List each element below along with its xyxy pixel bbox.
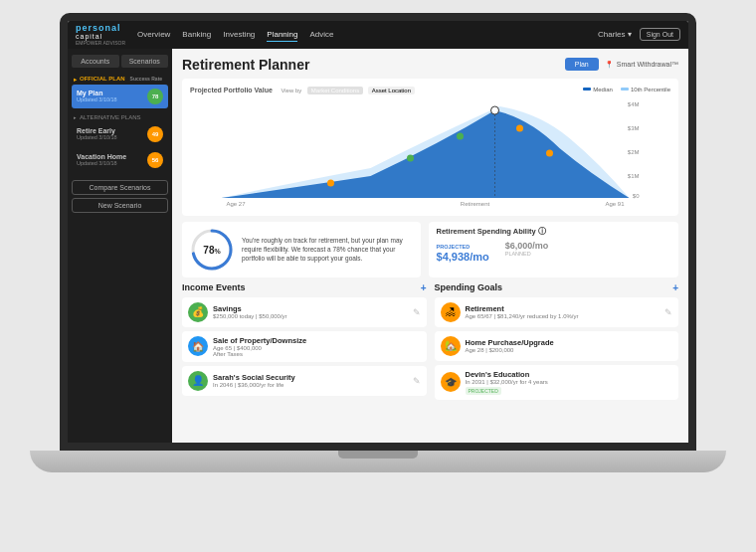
income-add-button[interactable]: + bbox=[421, 282, 427, 293]
planned-spending-value: $6,000/mo bbox=[505, 241, 549, 251]
svg-text:Retirement: Retirement bbox=[461, 201, 490, 207]
content-area: Retirement Planner Plan 📍 Smart Withdraw… bbox=[172, 49, 688, 443]
score-spending-row: 78% You're roughly on track for retireme… bbox=[182, 222, 678, 277]
social-security-edit-icon[interactable]: ✎ bbox=[413, 376, 421, 386]
svg-text:$1M: $1M bbox=[628, 173, 640, 179]
property-sub2: After Taxes bbox=[213, 351, 421, 357]
projected-spending-label: PROJECTED bbox=[437, 244, 489, 250]
success-rate-label: Success Rate bbox=[130, 76, 163, 82]
portfolio-chart: $4M $3M $2M $1M $0 bbox=[190, 98, 670, 208]
logo-tagline: EMPOWER ADVISOR bbox=[76, 40, 125, 46]
spending-add-button[interactable]: + bbox=[672, 282, 678, 293]
plan2-date: Updated 3/10/18 bbox=[77, 160, 126, 166]
home-purchase-icon: 🏡 bbox=[441, 336, 461, 356]
nav-overview[interactable]: Overview bbox=[137, 28, 170, 42]
my-plan-item[interactable]: My Plan Updated 3/10/18 78 bbox=[72, 85, 168, 108]
chart-event-dot-2 bbox=[407, 154, 414, 161]
spending-goals-title: Spending Goals bbox=[435, 282, 503, 292]
nav-planning[interactable]: Planning bbox=[267, 28, 297, 42]
planned-spending: $6,000/mo PLANNED bbox=[505, 241, 549, 257]
income-property-item[interactable]: 🏠 Sale of Property/Downsize Age 65 | $40… bbox=[182, 331, 427, 362]
sidebar-tabs: Accounts Scenarios bbox=[68, 55, 172, 68]
retirement-name: Retirement bbox=[466, 304, 661, 313]
plan1-name: Retire Early bbox=[77, 127, 117, 134]
chart-event-dot-1 bbox=[327, 179, 334, 186]
plan-button[interactable]: Plan bbox=[565, 58, 599, 71]
education-name: Devin's Education bbox=[466, 370, 673, 379]
projected-spending-value: $4,938/mo bbox=[437, 251, 489, 263]
income-social-security-item[interactable]: 👤 Sarah's Social Security In 2046 | $36,… bbox=[182, 366, 427, 396]
goal-education-item[interactable]: 🎓 Devin's Education In 2031 | $32,000/yr… bbox=[435, 365, 679, 400]
projected-spending: PROJECTED $4,938/mo bbox=[437, 244, 489, 263]
home-purchase-name: Home Purchase/Upgrade bbox=[466, 338, 673, 347]
view-market-conditions[interactable]: Market Conditions bbox=[307, 87, 363, 94]
chart-section: Projected Portfolio Value View by Market… bbox=[182, 79, 678, 216]
income-events-col: Income Events + 💰 Savings $250,000 today… bbox=[182, 282, 427, 404]
social-security-sub: In 2046 | $36,000/yr for life bbox=[213, 382, 408, 388]
logo-capital: capital bbox=[76, 33, 125, 40]
nav-investing[interactable]: Investing bbox=[223, 28, 255, 42]
page-title: Retirement Planner bbox=[182, 57, 309, 73]
nav-advice[interactable]: Advice bbox=[309, 28, 333, 42]
social-security-details: Sarah's Social Security In 2046 | $36,00… bbox=[213, 373, 408, 388]
income-events-title: Income Events bbox=[182, 282, 246, 292]
svg-text:$3M: $3M bbox=[628, 125, 640, 131]
svg-text:$4M: $4M bbox=[628, 101, 640, 107]
content-header: Retirement Planner Plan 📍 Smart Withdraw… bbox=[182, 57, 678, 73]
svg-text:Age 91: Age 91 bbox=[605, 201, 625, 207]
view-asset-location[interactable]: Asset Location bbox=[368, 87, 415, 94]
my-plan-date: Updated 3/10/18 bbox=[77, 96, 117, 102]
chart-legend: Median 10th Percentile bbox=[583, 87, 670, 92]
smart-withdrawal: 📍 Smart Withdrawal™ bbox=[605, 61, 678, 69]
official-plan-label: OFFICIAL PLAN Success Rate bbox=[68, 72, 172, 85]
my-plan-name: My Plan bbox=[77, 90, 117, 96]
legend-percentile-dot bbox=[621, 88, 629, 91]
plan1-score: 49 bbox=[147, 126, 163, 142]
svg-text:$2M: $2M bbox=[628, 149, 640, 155]
social-security-name: Sarah's Social Security bbox=[213, 373, 408, 382]
svg-text:Age 27: Age 27 bbox=[227, 201, 247, 207]
projected-value-label: Projected Portfolio Value bbox=[190, 87, 273, 93]
legend-median: Median bbox=[583, 87, 613, 92]
signout-button[interactable]: Sign Out bbox=[640, 28, 680, 41]
top-nav: personal capital EMPOWER ADVISOR Overvie… bbox=[68, 21, 688, 49]
spending-goals-col: Spending Goals + 🏖 Retirement Age 65/67 … bbox=[435, 282, 679, 404]
education-details: Devin's Education In 2031 | $32,000/yr f… bbox=[466, 370, 673, 395]
vacation-home-item[interactable]: Vacation Home Updated 3/10/18 56 bbox=[72, 148, 168, 172]
savings-details: Savings $250,000 today | $50,000/yr bbox=[213, 304, 408, 319]
goal-home-item[interactable]: 🏡 Home Purchase/Upgrade Age 28 | $200,00… bbox=[435, 331, 679, 361]
tab-accounts[interactable]: Accounts bbox=[72, 55, 119, 68]
nav-links: Overview Banking Investing Planning Advi… bbox=[137, 28, 598, 42]
new-scenario-button[interactable]: New Scenario bbox=[72, 198, 168, 213]
success-rate-section: 78% You're roughly on track for retireme… bbox=[182, 222, 421, 277]
spending-ability-title: Retirement Spending Ability ⓘ bbox=[437, 227, 670, 237]
success-description: You're roughly on track for retirement, … bbox=[242, 236, 413, 263]
retirement-edit-icon[interactable]: ✎ bbox=[664, 307, 672, 317]
home-purchase-details: Home Purchase/Upgrade Age 28 | $200,000 bbox=[466, 338, 673, 353]
property-icon: 🏠 bbox=[188, 336, 208, 356]
retirement-sub: Age 65/67 | $81,240/yr reduced by 1.0%/y… bbox=[466, 313, 661, 319]
my-plan-score: 78 bbox=[147, 89, 163, 104]
laptop-base bbox=[30, 451, 726, 472]
logo-personal: personal bbox=[76, 23, 125, 33]
chart-controls: Projected Portfolio Value View by Market… bbox=[190, 85, 670, 94]
compare-scenarios-button[interactable]: Compare Scenarios bbox=[72, 180, 168, 195]
legend-median-dot bbox=[583, 88, 591, 91]
alt-plans-label: ALTERNATIVE PLANS bbox=[68, 110, 172, 122]
chart-projected-label: Projected Portfolio Value View by Market… bbox=[190, 85, 415, 94]
view-by-label: View by bbox=[281, 88, 301, 93]
nav-banking[interactable]: Banking bbox=[182, 28, 211, 42]
nav-user[interactable]: Charles ▾ bbox=[598, 30, 632, 39]
tab-scenarios[interactable]: Scenarios bbox=[121, 55, 169, 68]
chart-event-dot-3 bbox=[457, 132, 464, 139]
income-savings-item[interactable]: 💰 Savings $250,000 today | $50,000/yr ✎ bbox=[182, 297, 427, 327]
goal-retirement-item[interactable]: 🏖 Retirement Age 65/67 | $81,240/yr redu… bbox=[435, 297, 679, 327]
chart-event-dot-4 bbox=[516, 124, 523, 131]
savings-edit-icon[interactable]: ✎ bbox=[413, 307, 421, 317]
chart-svg-wrapper: $4M $3M $2M $1M $0 bbox=[190, 98, 670, 210]
retire-early-item[interactable]: Retire Early Updated 3/10/18 49 bbox=[72, 122, 168, 146]
spending-values: PROJECTED $4,938/mo $6,000/mo PLANNED bbox=[437, 241, 670, 263]
success-rate-circle: 78% bbox=[190, 228, 234, 272]
income-events-header: Income Events + bbox=[182, 282, 427, 293]
projected-tag: PROJECTED bbox=[466, 387, 501, 395]
